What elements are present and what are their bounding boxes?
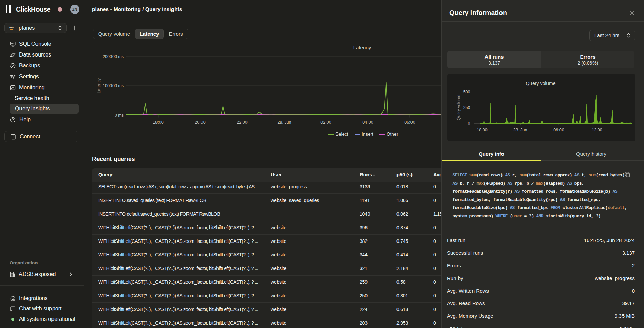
svg-text:aws: aws bbox=[9, 26, 14, 29]
